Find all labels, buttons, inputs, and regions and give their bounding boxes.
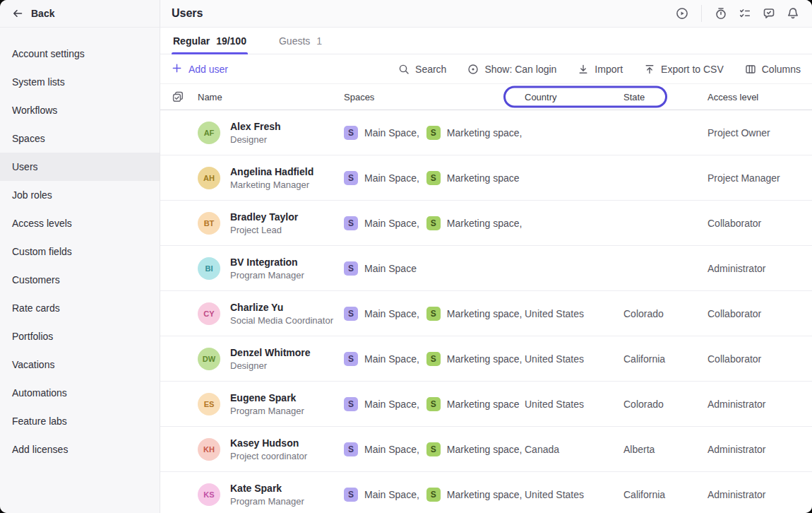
- back-arrow-icon: [12, 8, 23, 19]
- space-badge-icon: S: [344, 352, 358, 366]
- user-role: Project Lead: [230, 224, 298, 237]
- space-badge-icon: S: [344, 307, 358, 321]
- tab-guests[interactable]: Guests 1: [277, 28, 323, 54]
- timer-icon[interactable]: [709, 3, 733, 24]
- sidebar-item-job-roles[interactable]: Job roles: [0, 181, 160, 209]
- tab-regular-label: Regular: [173, 35, 210, 47]
- user-row[interactable]: DW Denzel Whitmore Designer SMain Space,…: [160, 336, 812, 382]
- space-item[interactable]: SMain Space,: [344, 488, 419, 502]
- space-item[interactable]: SMain Space,: [344, 126, 419, 140]
- user-type-tabs: Regular 19/100 Guests 1: [160, 28, 812, 54]
- user-role: Program Manager: [230, 495, 304, 508]
- space-label: Marketing space: [447, 399, 520, 410]
- sidebar-item-account-settings[interactable]: Account settings: [0, 40, 160, 68]
- search-label: Search: [415, 64, 446, 75]
- user-row[interactable]: KH Kasey Hudson Project coordinator SMai…: [160, 427, 812, 472]
- checklist-icon[interactable]: [733, 3, 757, 24]
- column-header-state[interactable]: State: [623, 92, 707, 102]
- space-item[interactable]: SMain Space,: [344, 216, 419, 230]
- user-row[interactable]: AF Alex Fresh Designer SMain Space,SMark…: [160, 110, 812, 155]
- tab-regular[interactable]: Regular 19/100: [172, 28, 248, 54]
- avatar: AF: [198, 122, 220, 144]
- comment-check-icon[interactable]: [757, 3, 781, 24]
- user-row[interactable]: BI BV Integration Program Manager SMain …: [160, 246, 812, 291]
- column-header-spaces[interactable]: Spaces: [344, 92, 525, 102]
- space-badge-icon: S: [344, 261, 358, 276]
- space-item[interactable]: SMain Space,: [344, 442, 419, 456]
- import-button[interactable]: Import: [578, 64, 623, 75]
- space-badge-icon: S: [426, 352, 441, 366]
- column-header-name[interactable]: Name: [198, 92, 344, 102]
- sidebar-item-users[interactable]: Users: [0, 153, 160, 181]
- space-badge-icon: S: [344, 126, 358, 140]
- page-title: Users: [172, 7, 203, 20]
- users-toolbar: Add user SearchShow: Can loginImportExpo…: [160, 54, 812, 84]
- space-item[interactable]: SMarketing space: [426, 397, 520, 411]
- space-label: Main Space: [364, 263, 417, 274]
- sidebar-item-rate-cards[interactable]: Rate cards: [0, 294, 160, 322]
- sidebar-item-portfolios[interactable]: Portfolios: [0, 322, 160, 350]
- search-button[interactable]: Search: [398, 64, 446, 75]
- sidebar-item-feature-labs[interactable]: Feature labs: [0, 407, 160, 435]
- space-item[interactable]: SMarketing space,: [426, 352, 523, 366]
- space-item[interactable]: SMarketing space,: [426, 442, 523, 456]
- space-item[interactable]: SMain Space,: [344, 397, 419, 411]
- space-badge-icon: S: [426, 488, 441, 502]
- sidebar-item-custom-fields[interactable]: Custom fields: [0, 237, 160, 266]
- user-state: California: [623, 489, 707, 500]
- space-badge-icon: S: [426, 216, 441, 230]
- space-item[interactable]: SMain Space,: [344, 352, 419, 366]
- bell-icon[interactable]: [781, 3, 805, 24]
- user-row[interactable]: ES Eugene Spark Program Manager SMain Sp…: [160, 382, 812, 427]
- column-header-country[interactable]: Country: [525, 92, 623, 102]
- user-name: Kasey Hudson: [230, 436, 307, 450]
- columns-button[interactable]: Columns: [745, 64, 801, 75]
- space-item[interactable]: SMain Space,: [344, 307, 419, 321]
- avatar: DW: [198, 348, 220, 370]
- add-user-button[interactable]: Add user: [172, 63, 228, 76]
- space-item[interactable]: SMarketing space,: [426, 307, 523, 321]
- export-csv-button[interactable]: Export to CSV: [644, 64, 724, 75]
- column-header-access-level[interactable]: Access level: [707, 92, 812, 102]
- sidebar-item-vacations[interactable]: Vacations: [0, 350, 160, 379]
- sidebar-item-customers[interactable]: Customers: [0, 266, 160, 294]
- user-row[interactable]: BT Bradley Taylor Project Lead SMain Spa…: [160, 201, 812, 246]
- select-all-icon[interactable]: [172, 90, 184, 103]
- user-spaces: SMain Space,SMarketing space: [344, 171, 525, 185]
- space-badge-icon: S: [426, 307, 441, 321]
- play-circle-icon[interactable]: [670, 3, 694, 24]
- app-window: Back Account settingsSystem listsWorkflo…: [0, 0, 812, 513]
- user-row[interactable]: CY Charlize Yu Social Media Coordinator …: [160, 291, 812, 336]
- sidebar-item-add-licenses[interactable]: Add licenses: [0, 435, 160, 464]
- export-icon: [644, 64, 655, 75]
- sidebar-item-spaces[interactable]: Spaces: [0, 124, 160, 153]
- user-spaces: SMain Space,SMarketing space,: [344, 488, 525, 502]
- space-item[interactable]: SMain Space: [344, 261, 417, 276]
- user-country: United States: [525, 399, 623, 410]
- show-filter-button[interactable]: Show: Can login: [467, 64, 556, 75]
- title-bar: Users: [160, 0, 812, 28]
- back-button[interactable]: Back: [0, 0, 160, 28]
- sidebar-item-workflows[interactable]: Workflows: [0, 96, 160, 124]
- space-item[interactable]: SMain Space,: [344, 171, 419, 185]
- user-name: Denzel Whitmore: [230, 346, 311, 360]
- sidebar-item-system-lists[interactable]: System lists: [0, 68, 160, 96]
- space-item[interactable]: SMarketing space,: [426, 126, 523, 140]
- sidebar-item-automations[interactable]: Automations: [0, 379, 160, 407]
- user-access-level: Administrator: [707, 444, 812, 455]
- user-row[interactable]: KS Kate Spark Program Manager SMain Spac…: [160, 472, 812, 513]
- space-label: Main Space,: [364, 444, 419, 455]
- space-item[interactable]: SMarketing space: [426, 171, 520, 185]
- space-item[interactable]: SMarketing space,: [426, 216, 523, 230]
- space-item[interactable]: SMarketing space,: [426, 488, 523, 502]
- tab-regular-count: 19/100: [216, 35, 246, 47]
- user-country: United States: [525, 353, 623, 365]
- export-csv-label: Export to CSV: [661, 64, 724, 75]
- user-row[interactable]: AH Angelina Hadfield Marketing Manager S…: [160, 155, 812, 201]
- user-name: Angelina Hadfield: [230, 165, 314, 179]
- user-access-level: Administrator: [707, 399, 812, 410]
- sidebar-item-access-levels[interactable]: Access levels: [0, 209, 160, 237]
- toolbar-actions: SearchShow: Can loginImportExport to CSV…: [398, 64, 801, 75]
- add-user-label: Add user: [189, 64, 228, 75]
- avatar: BI: [198, 257, 220, 280]
